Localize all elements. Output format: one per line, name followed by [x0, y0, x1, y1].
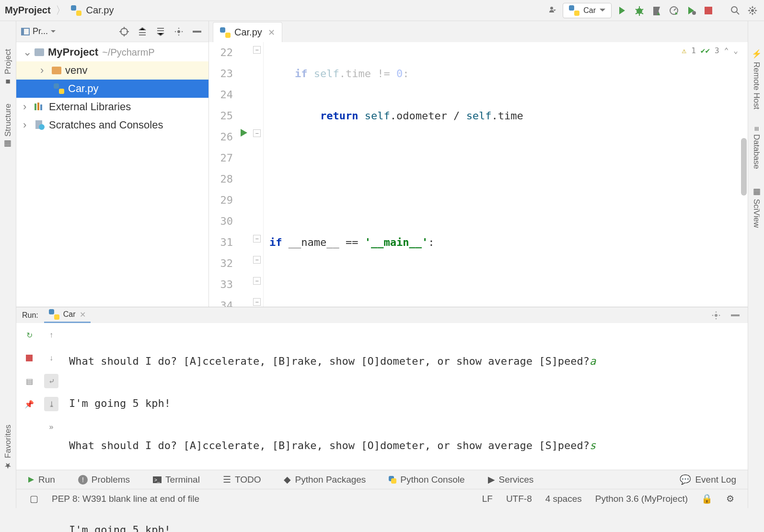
run-hide-icon[interactable] — [729, 309, 742, 322]
run-label: Run: — [22, 311, 38, 320]
locate-icon[interactable] — [117, 25, 131, 38]
fold-marker[interactable]: − — [253, 129, 261, 137]
close-tab-icon[interactable]: ✕ — [268, 27, 275, 38]
status-encoding[interactable]: UTF-8 — [499, 494, 539, 504]
tool-sciview[interactable]: ▦SciView — [752, 178, 761, 236]
right-tool-bar: ⚡Remote Host ≡Database ▦SciView — [748, 21, 764, 508]
bottom-console[interactable]: Python Console — [389, 474, 464, 485]
down-icon[interactable]: ↓ — [44, 351, 58, 365]
breadcrumb-project[interactable]: MyProject — [5, 5, 51, 16]
bottom-run[interactable]: Run — [28, 474, 55, 485]
bottom-eventlog[interactable]: 💬Event Log — [680, 474, 736, 485]
status-memory-icon[interactable]: ⚙ — [719, 493, 741, 504]
status-toggle-icon[interactable]: ▢ — [23, 493, 45, 504]
tool-project[interactable]: ■Project — [3, 40, 13, 95]
rerun-icon[interactable]: ↻ — [22, 328, 36, 342]
bottom-terminal[interactable]: >_Terminal — [153, 474, 200, 485]
status-interpreter[interactable]: Python 3.6 (MyProject) — [589, 494, 695, 504]
folder-icon — [52, 67, 61, 74]
stop-button[interactable] — [702, 4, 715, 17]
fold-column: − − − − − − — [252, 42, 264, 307]
run-tab-label: Car — [63, 310, 76, 319]
fold-marker[interactable]: − — [253, 256, 261, 264]
run-settings-icon[interactable] — [709, 309, 723, 322]
warning-icon: ⚠ — [682, 46, 687, 55]
panel-settings-icon[interactable] — [172, 25, 185, 38]
run-attached-button[interactable] — [684, 4, 698, 17]
run-tab[interactable]: Car ✕ — [44, 307, 91, 323]
fold-marker[interactable]: − — [253, 298, 261, 306]
editor-area: Car.py ✕ 22232425262728293031323334 − — [209, 21, 748, 307]
fold-marker[interactable]: − — [253, 277, 261, 285]
tool-database[interactable]: ≡Database — [752, 118, 761, 178]
svg-rect-11 — [35, 104, 36, 110]
check-icon: ✔✔ — [701, 46, 710, 55]
tree-external-libs[interactable]: › External Libraries — [16, 98, 208, 116]
code-editor[interactable]: 22232425262728293031323334 − − − − − − — [209, 42, 748, 307]
tree-car-file[interactable]: Car.py — [16, 80, 208, 98]
svg-rect-7 — [22, 28, 24, 35]
run-button[interactable] — [615, 4, 629, 17]
bottom-todo[interactable]: ☰TODO — [223, 474, 261, 485]
python-file-icon — [220, 27, 231, 38]
bottom-packages[interactable]: ◆Python Packages — [284, 474, 366, 485]
debug-button[interactable] — [633, 4, 646, 17]
pin-icon[interactable]: 📌 — [22, 397, 36, 411]
panel-hide-icon[interactable] — [190, 25, 204, 38]
scratches-icon — [35, 120, 45, 130]
user-dropdown-icon[interactable] — [545, 4, 559, 17]
breadcrumb: MyProject 〉 Car.py — [5, 3, 542, 18]
status-indent[interactable]: 4 spaces — [539, 494, 589, 504]
settings-button[interactable] — [746, 4, 759, 17]
collapse-all-icon[interactable] — [154, 25, 167, 38]
svg-point-9 — [177, 30, 180, 33]
up-icon[interactable]: ↑ — [44, 328, 58, 342]
scrollbar-vertical[interactable] — [741, 138, 747, 196]
tree-root[interactable]: ⌄ MyProject ~/PycharmP — [16, 43, 208, 61]
run-gutter-icon[interactable] — [240, 128, 248, 137]
breadcrumb-file[interactable]: Car.py — [86, 5, 114, 16]
status-message: PEP 8: W391 blank line at end of file — [45, 494, 206, 504]
tool-remote[interactable]: ⚡Remote Host — [752, 40, 761, 118]
project-view-selector[interactable]: Pr... — [21, 26, 112, 36]
next-highlight-icon[interactable]: ⌄ — [733, 46, 738, 55]
expand-all-icon[interactable] — [136, 25, 149, 38]
code-body[interactable]: if self.time != 0: return self.odometer … — [264, 42, 748, 307]
soft-wrap-icon[interactable]: ⤶ — [44, 374, 58, 388]
tree-root-label: MyProject — [48, 46, 98, 58]
scroll-end-icon[interactable]: ⤓ — [44, 397, 58, 411]
editor-tab[interactable]: Car.py ✕ — [213, 22, 282, 42]
project-tree[interactable]: ⌄ MyProject ~/PycharmP › venv Car.py — [16, 42, 208, 307]
svg-point-5 — [751, 9, 754, 12]
profile-button[interactable] — [667, 4, 681, 17]
tool-favorites[interactable]: ★Favorites — [3, 416, 13, 479]
bottom-problems[interactable]: !Problems — [78, 474, 130, 485]
line-gutter: 22232425262728293031323334 — [209, 42, 238, 307]
close-run-tab-icon[interactable]: ✕ — [80, 310, 86, 319]
tree-venv[interactable]: › venv — [16, 61, 208, 80]
run-tool-window: Run: Car ✕ ↻ ↑ ↓ — [16, 307, 748, 470]
layout-icon[interactable]: ▤ — [22, 374, 36, 388]
editor-tab-bar: Car.py ✕ — [209, 21, 748, 42]
more-icon[interactable]: » — [44, 420, 58, 434]
svg-point-2 — [692, 11, 696, 15]
fold-marker[interactable]: − — [253, 235, 261, 243]
svg-point-4 — [731, 7, 737, 12]
fold-marker[interactable]: − — [253, 46, 261, 54]
prev-highlight-icon[interactable]: ⌃ — [724, 46, 729, 55]
run-config-selector[interactable]: Car — [563, 3, 612, 18]
status-lock-icon[interactable]: 🔒 — [695, 493, 719, 504]
search-button[interactable] — [729, 4, 742, 17]
coverage-button[interactable] — [650, 4, 663, 17]
tab-label: Car.py — [234, 27, 262, 38]
svg-rect-17 — [731, 314, 740, 316]
inspection-widget[interactable]: ⚠1 ✔✔3 ⌃ ⌄ — [682, 46, 738, 55]
svg-rect-12 — [37, 103, 39, 110]
tool-structure[interactable]: ▦Structure — [3, 95, 13, 158]
status-line-ending[interactable]: LF — [475, 494, 499, 504]
project-panel: Pr... ⌄ MyProject — [16, 21, 209, 307]
bottom-services[interactable]: ▶Services — [488, 474, 534, 485]
python-icon — [49, 309, 59, 320]
tree-scratches[interactable]: › Scratches and Consoles — [16, 116, 208, 134]
stop-icon[interactable] — [22, 351, 36, 365]
